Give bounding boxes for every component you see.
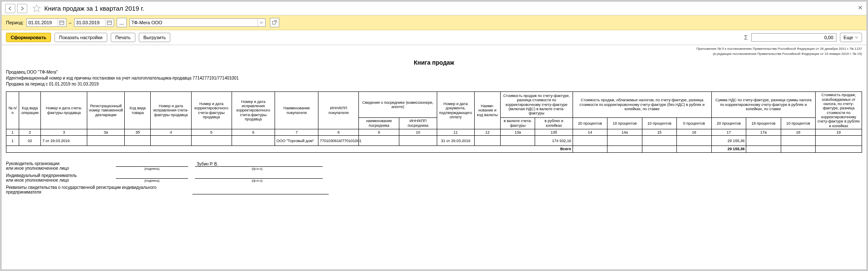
- cell-inn: 7701030616/770101001: [318, 136, 359, 146]
- filter-bar: Период: – ...: [2, 15, 866, 30]
- th-2: Код вида опера­ции: [19, 92, 41, 129]
- sigma-icon: Σ: [744, 34, 748, 41]
- period-line: Продажа за период с 01.01.2019 по 31.03.…: [6, 81, 862, 87]
- th-9g: Сведения о посреднике (комиссионере, аге…: [359, 92, 437, 117]
- date-to-input[interactable]: [74, 19, 105, 26]
- sig-rekv: Реквизиты свидетельства о государственно…: [6, 185, 189, 194]
- sig-ip-2: или иное уполномоченное лицо: [6, 178, 112, 183]
- seller-line: Продавец ООО "ТФ-Мега": [6, 69, 862, 75]
- th-14a: 18 процентов: [607, 117, 642, 129]
- total-row: Всего 29 155,36: [6, 146, 862, 152]
- th-15: 10 процентов: [642, 117, 676, 129]
- print-button[interactable]: Печать: [111, 33, 135, 42]
- report-title: Книга продаж: [6, 59, 862, 66]
- svg-rect-0: [60, 21, 64, 25]
- show-settings-button[interactable]: Показать настройки: [54, 33, 107, 42]
- arrow-right-icon: [20, 6, 24, 11]
- sig-head-2: или иное уполномоченное лицо: [6, 166, 112, 171]
- sum-field[interactable]: 0,00: [751, 33, 836, 42]
- date-from-input[interactable]: [27, 19, 57, 26]
- th-7: Наименование покупателя: [275, 92, 318, 129]
- th-13b: в рублях и копейках: [535, 117, 573, 129]
- th-12: Наиме­нование и код валюты: [474, 92, 500, 129]
- sig-fio: (ф.и.о): [192, 167, 323, 171]
- th-3b: Код вида товара: [125, 92, 151, 129]
- cell-vat20: 29 155,36: [711, 136, 746, 146]
- close-button[interactable]: ✕: [858, 4, 863, 11]
- th-14g: Стоимость продаж, облагаемых налогом, по…: [573, 92, 711, 117]
- titlebar: Книга продаж за 1 квартал 2019 г. ✕: [2, 2, 866, 15]
- chevron-down-icon: [855, 36, 858, 39]
- th-17g: Сумма НДС по счету-фактуре, разница сумм…: [711, 92, 815, 117]
- nav-back-button[interactable]: [5, 4, 15, 13]
- cell-code: 02: [19, 136, 41, 146]
- signatures-block: Руководитель организации или иное уполно…: [6, 161, 862, 194]
- sig-podpis: (подпись): [112, 167, 192, 171]
- form-button[interactable]: Сформировать: [6, 33, 51, 42]
- dropdown-icon[interactable]: [258, 19, 265, 26]
- calendar-icon[interactable]: [57, 19, 66, 26]
- th-3: Номер и дата счета-фактуры продавца: [41, 92, 87, 129]
- date-from-field[interactable]: [26, 18, 66, 27]
- cell-n: 1: [6, 136, 19, 146]
- sig-name: Зубин Р. В.: [195, 162, 323, 167]
- th-19: Стоимость продаж, освобождаемых от налог…: [816, 92, 862, 129]
- th-3a: Регистрацио­нный номер таможенной деклар…: [87, 92, 125, 129]
- cell-doc: 31 от 29.03.2019: [437, 136, 474, 146]
- period-label: Период:: [6, 20, 24, 25]
- th-13g: Стоимость продаж по счету-фактуре, разни…: [501, 92, 573, 117]
- toolbar: Сформировать Показать настройки Печать В…: [2, 30, 866, 45]
- sig-head-1: Руководитель организации: [6, 161, 112, 166]
- th-5: Номер и дата корректиро­вочного счета-фа…: [191, 92, 232, 129]
- total-vat20: 29 155,36: [711, 146, 746, 152]
- th-16: 0 процентов: [677, 117, 712, 129]
- nav-forward-button[interactable]: [17, 4, 27, 13]
- th-9: наименование посредника: [359, 117, 399, 129]
- svg-rect-2: [107, 21, 112, 25]
- th-4: Номер и дата исправления счета-фактуры п…: [151, 92, 191, 129]
- org-field[interactable]: [129, 18, 266, 27]
- th-17: 20 процентов: [711, 117, 746, 129]
- cell-sum-rub: 174 932,16: [535, 136, 573, 146]
- th-11: Номер и дата документа, подтвержда­ющего…: [437, 92, 474, 129]
- decree-note-1: Приложение № 5 к постановлению Правитель…: [6, 47, 862, 51]
- org-input[interactable]: [130, 19, 258, 26]
- arrow-left-icon: [8, 6, 12, 11]
- th-14: 20 процентов: [573, 117, 607, 129]
- decree-note-2: (в редакции постановления Правительства …: [6, 52, 862, 56]
- date-to-field[interactable]: [74, 18, 114, 27]
- th-18: 10 процентов: [781, 117, 816, 129]
- th-1: № п/п: [6, 92, 19, 129]
- cell-buyer: ООО "Торговый дом": [275, 136, 318, 146]
- svg-rect-4: [272, 21, 275, 24]
- export-button[interactable]: Выгрузить: [139, 33, 171, 42]
- favorite-star-icon[interactable]: [32, 4, 41, 13]
- sales-book-table: № п/п Код вида опера­ции Номер и дата сч…: [6, 91, 862, 152]
- period-picker-button[interactable]: ...: [117, 18, 127, 27]
- more-button[interactable]: Еще: [840, 33, 862, 42]
- th-17a: 18 процентов: [746, 117, 781, 129]
- date-dash: –: [69, 20, 72, 25]
- th-6: Номер и дата исправления корректиро­вочн…: [232, 92, 275, 129]
- table-row[interactable]: 1 02 7 от 29.03.2019 ООО "Торговый дом" …: [6, 136, 862, 146]
- window-title: Книга продаж за 1 квартал 2019 г.: [44, 5, 144, 12]
- cell-sf: 7 от 29.03.2019: [41, 136, 87, 146]
- column-numbers-row: 1233а3б 45678 910111213а 13б1414а1516 17…: [6, 129, 862, 135]
- sig-ip-1: Индивидуальный предприниматель: [6, 173, 112, 178]
- open-external-button[interactable]: [270, 18, 279, 27]
- th-8: ИНН/КПП покупателя: [318, 92, 359, 129]
- inn-line: Идентификационный номер и код причины по…: [6, 75, 862, 81]
- th-10: ИНН/КПП посредника: [399, 117, 437, 129]
- total-label: Всего: [6, 146, 573, 152]
- more-label: Еще: [844, 35, 853, 40]
- th-13a: в валюте счета-фактуры: [501, 117, 535, 129]
- report-area[interactable]: Приложение № 5 к постановлению Правитель…: [2, 45, 866, 270]
- calendar-icon[interactable]: [105, 19, 114, 26]
